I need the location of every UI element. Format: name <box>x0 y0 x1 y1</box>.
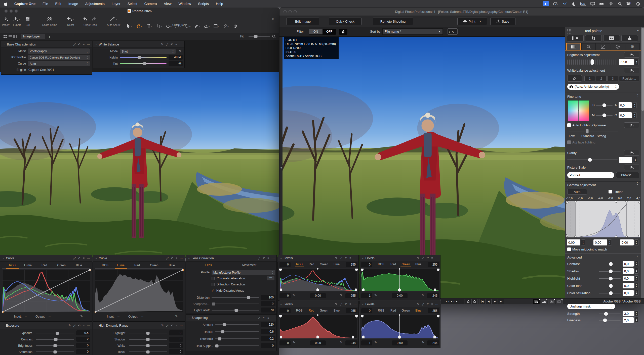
brightness-stepper[interactable] <box>635 59 639 65</box>
reset-icon[interactable]: ↶ <box>345 302 347 306</box>
more-icon[interactable]: ⋯ <box>271 316 274 320</box>
view-mode-edit[interactable] <box>533 299 540 304</box>
levels-in-mid[interactable]: 0,00 <box>310 340 326 345</box>
print-button[interactable]: Print ▼ <box>457 18 487 25</box>
reset-button[interactable]: ⌄ Reset <box>67 16 75 26</box>
creative-cloud-icon[interactable] <box>553 2 558 6</box>
butterfly-app-icon[interactable] <box>562 2 567 6</box>
tab-red[interactable]: Red <box>390 263 396 266</box>
tab-basic-adjustment[interactable] <box>566 43 581 50</box>
gamma-mid-stepper[interactable] <box>608 239 612 245</box>
mode-dropdown[interactable]: Photography <box>28 48 90 54</box>
light-falloff-value[interactable]: 70 <box>261 308 275 313</box>
saturation-slider[interactable] <box>36 351 74 352</box>
menu-view[interactable]: View <box>160 0 175 8</box>
window-controls[interactable] <box>284 10 297 13</box>
levels-in-white[interactable]: 244 <box>345 340 357 345</box>
color-tone-stepper[interactable] <box>634 283 638 288</box>
wb-mode-dropdown[interactable]: Shot <box>120 49 176 54</box>
levels-out-white[interactable]: 255 <box>346 308 357 313</box>
tab-green[interactable]: Green <box>320 309 328 312</box>
chromatic-aberration-checkbox[interactable] <box>212 277 215 280</box>
tint-value[interactable]: -0 <box>169 61 183 66</box>
tab-detail-adjustment[interactable] <box>581 43 596 50</box>
a-value[interactable]: 0,0 <box>619 102 632 108</box>
fineness-stepper[interactable] <box>634 317 638 323</box>
gamma-histogram[interactable] <box>566 201 640 237</box>
g-stepper[interactable] <box>633 112 637 118</box>
rotate-tool[interactable]: ⌄ <box>165 23 173 29</box>
contrast-stepper[interactable] <box>634 261 638 266</box>
dropper-icon[interactable]: ✎ <box>68 324 71 327</box>
clarity-reset-button[interactable] <box>624 150 639 156</box>
tab-luma[interactable]: Luma <box>24 264 32 267</box>
contrast-value[interactable]: 2 <box>76 337 90 342</box>
profile-dropdown[interactable]: Manufacturer Profile <box>212 270 275 275</box>
reset-icon[interactable]: ↶ <box>78 257 80 260</box>
menu-edit[interactable]: Edit <box>52 0 65 8</box>
tab-rgb[interactable]: RGB <box>378 263 384 266</box>
last-image-button[interactable]: ▶| <box>498 299 504 304</box>
menu-adjustments[interactable]: Adjustments <box>82 0 108 8</box>
levels-chart-rgb[interactable] <box>279 268 357 291</box>
reset-icon[interactable]: ↶ <box>171 324 173 327</box>
brightness-reset-button[interactable] <box>624 52 639 58</box>
erase-mask-tool[interactable]: ⌄ <box>203 23 211 29</box>
fit-dropdown[interactable]: Fit⌄ <box>240 35 247 38</box>
strength-slider[interactable] <box>599 314 621 314</box>
levels-in-black[interactable]: 1 <box>361 293 372 298</box>
view-mode-focus[interactable] <box>548 299 555 304</box>
lens-palette-button[interactable] <box>567 35 584 41</box>
kelvin-slider[interactable] <box>120 57 167 58</box>
rating-dots[interactable]: ••••• <box>440 299 464 304</box>
copy-icon[interactable]: ⤢ <box>166 324 169 327</box>
gamma-shadow-stepper[interactable] <box>581 239 585 245</box>
more-icon[interactable]: ⋯ <box>435 302 438 306</box>
copy-icon[interactable]: ⤢ <box>73 43 76 46</box>
draw-mask-tool[interactable]: ⌄ <box>194 23 201 29</box>
copy-icon[interactable]: ⤢ <box>166 43 168 46</box>
menu-icon[interactable]: ≡ <box>349 302 351 306</box>
color-wheel-square[interactable] <box>568 100 589 121</box>
tab-movement[interactable]: Movement <box>242 263 256 267</box>
palette-grip-icon[interactable] <box>567 29 572 34</box>
display-icon[interactable] <box>590 2 595 6</box>
levels-mid-top[interactable] <box>317 268 318 270</box>
tab-blue[interactable]: Blue <box>415 263 421 266</box>
more-icon[interactable]: ⋯ <box>179 43 182 46</box>
menu-help[interactable]: Help <box>212 0 227 8</box>
menu-icon[interactable]: ≡ <box>176 324 177 327</box>
curve-chart-luma[interactable] <box>95 270 183 312</box>
remote-shooting-button[interactable]: Remote Shooting <box>373 18 413 25</box>
picture-style-dropdown[interactable]: Portrait <box>567 172 614 178</box>
strength-stepper[interactable] <box>634 311 638 316</box>
apple-menu[interactable] <box>0 0 11 8</box>
zoom-slider[interactable] <box>249 36 270 37</box>
tab-red[interactable]: Red <box>309 309 314 312</box>
magnifier-icon[interactable] <box>272 35 276 38</box>
levels-out-white[interactable]: 255 <box>428 262 439 267</box>
menu-icon[interactable]: ≡ <box>83 43 85 46</box>
reset-icon[interactable]: ↶ <box>171 43 173 46</box>
black-slider[interactable] <box>129 351 167 352</box>
more-icon[interactable]: ⋯ <box>353 256 356 260</box>
sharpness-method-dropdown[interactable]: Unsharp mask <box>567 303 615 309</box>
radius-value[interactable]: 0,6 <box>261 329 275 334</box>
tab-blue[interactable]: Blue <box>169 264 175 267</box>
contrast-slider[interactable] <box>36 339 74 340</box>
shadow-stepper[interactable] <box>634 268 638 274</box>
menu-window[interactable]: Window <box>175 0 195 8</box>
shadow-slider[interactable] <box>599 271 621 272</box>
white-picker-icon[interactable]: ✎ <box>422 293 424 297</box>
black-value[interactable]: 0 <box>169 349 183 354</box>
reset-icon[interactable]: ↶ <box>78 324 80 327</box>
copy-icon[interactable]: ⤢ <box>422 302 424 306</box>
tint-slider[interactable] <box>120 63 167 64</box>
menu-camera[interactable]: Camera <box>141 0 160 8</box>
levels-in-black[interactable]: 1 <box>361 340 372 345</box>
alo-checkbox[interactable] <box>567 123 571 127</box>
gamma-shadow-value[interactable]: 0,00 <box>567 239 580 245</box>
black-picker-icon[interactable]: ✎ <box>374 293 377 297</box>
wb-dropper-button[interactable] <box>567 75 582 82</box>
white-slider[interactable] <box>129 345 167 346</box>
